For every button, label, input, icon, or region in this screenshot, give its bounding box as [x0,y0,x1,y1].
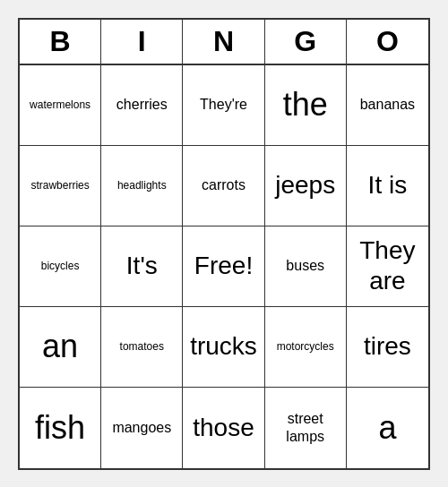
cell-text: strawberries [30,179,89,192]
cell-text: It is [368,170,408,201]
header-letter: B [20,20,101,64]
cell-text: the [283,85,328,124]
bingo-cell[interactable]: carrots [183,146,264,226]
bingo-cell[interactable]: cherries [101,65,183,146]
bingo-cell[interactable]: those [183,388,264,468]
bingo-cell[interactable]: the [265,65,347,146]
header-letter: G [265,20,347,64]
bingo-cell[interactable]: It's [101,226,183,307]
bingo-cell[interactable]: bananas [347,65,428,146]
bingo-header: BINGO [20,20,428,65]
cell-text: It's [126,251,158,281]
cell-text: watermelons [30,98,90,111]
cell-text: bicycles [41,260,80,272]
bingo-cell[interactable]: tomatoes [101,307,183,388]
bingo-cell[interactable]: street lamps [265,388,347,468]
bingo-cell[interactable]: It is [347,146,428,226]
bingo-cell[interactable]: buses [265,226,347,307]
bingo-cell[interactable]: motorcycles [265,307,347,388]
cell-text: carrots [202,176,246,193]
header-letter: I [101,20,183,64]
cell-text: bananas [360,96,415,113]
bingo-cell[interactable]: mangoes [101,388,183,468]
cell-text: tomatoes [120,340,164,353]
bingo-cell[interactable]: jeeps [265,146,347,226]
header-letter: O [347,20,428,64]
cell-text: tires [364,331,411,362]
bingo-cell[interactable]: trucks [183,307,264,388]
cell-text: They're [200,96,247,113]
cell-text: fish [35,408,85,447]
bingo-cell[interactable]: tires [347,307,428,388]
bingo-cell[interactable]: a [347,388,428,468]
header-letter: N [183,20,264,64]
bingo-grid: watermelonscherriesThey'rethebananasstra… [20,65,428,468]
bingo-cell[interactable]: They are [347,226,428,307]
cell-text: Free! [194,251,253,281]
bingo-cell[interactable]: headlights [101,146,183,226]
bingo-cell[interactable]: an [20,307,101,388]
bingo-cell[interactable]: fish [20,388,101,468]
cell-text: an [42,327,78,365]
cell-text: a [378,408,396,447]
cell-text: those [193,413,254,443]
bingo-cell[interactable]: They're [183,65,264,146]
bingo-cell[interactable]: watermelons [20,65,101,146]
bingo-cell[interactable]: bicycles [20,226,101,307]
cell-text: They are [350,235,425,295]
cell-text: street lamps [269,410,342,444]
cell-text: trucks [190,331,257,362]
bingo-cell[interactable]: strawberries [20,146,101,226]
cell-text: motorcycles [277,340,334,353]
cell-text: mangoes [112,419,171,436]
cell-text: jeeps [275,170,335,201]
cell-text: cherries [116,96,168,113]
cell-text: buses [286,257,324,274]
cell-text: headlights [117,179,167,192]
bingo-card: BINGO watermelonscherriesThey'rethebanan… [18,18,430,470]
bingo-cell[interactable]: Free! [183,226,264,307]
